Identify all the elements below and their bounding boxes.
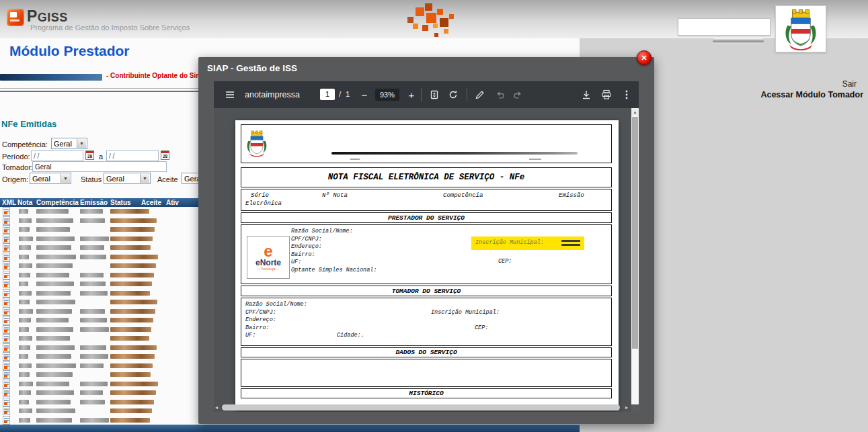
- xml-icon[interactable]: [3, 416, 10, 425]
- horizontal-scrollbar[interactable]: ◂ ▸: [215, 404, 629, 411]
- print-icon[interactable]: [600, 88, 613, 101]
- xml-icon[interactable]: [3, 361, 10, 370]
- zoom-in-button[interactable]: +: [405, 88, 418, 101]
- page-separator: /: [339, 90, 341, 98]
- xml-icon[interactable]: [3, 253, 10, 261]
- more-options-icon[interactable]: [620, 88, 633, 101]
- periodo-label: Período:: [2, 153, 30, 161]
- redacted-text: [36, 345, 75, 350]
- sair-link[interactable]: Sair: [842, 79, 857, 89]
- origem-select[interactable]: Geral ▼: [30, 173, 71, 184]
- close-icon: ✕: [641, 54, 647, 62]
- xml-icon[interactable]: [3, 289, 10, 298]
- xml-icon[interactable]: [3, 207, 10, 216]
- enorte-logo: e eNorte — Tecnologia —: [247, 236, 290, 279]
- xml-icon[interactable]: [3, 352, 10, 361]
- scroll-left-arrow[interactable]: ◂: [215, 404, 218, 411]
- annotate-icon[interactable]: [473, 88, 487, 101]
- redacted-text: [36, 354, 71, 359]
- redacted-text: [110, 218, 157, 223]
- xml-icon[interactable]: [3, 334, 10, 343]
- razao-label: Razão Social/Nome:: [245, 301, 307, 308]
- redacted-text: [80, 309, 105, 314]
- emissao-doc-label: Emissão: [559, 192, 584, 199]
- vertical-scroll-thumb[interactable]: [632, 117, 638, 349]
- pdf-viewport: NOTA FISCAL ELETRÔNICA DE SERVIÇO - NFe …: [214, 108, 639, 412]
- xml-icon[interactable]: [3, 243, 10, 252]
- calendar-icon[interactable]: 28: [85, 150, 94, 160]
- redacted-text: [80, 354, 108, 359]
- redacted-text: [19, 400, 29, 404]
- redacted-text: [110, 354, 155, 359]
- calendar-icon[interactable]: 28: [161, 150, 169, 160]
- doc-redacted-tick: [350, 159, 360, 160]
- download-icon[interactable]: [580, 88, 593, 101]
- redo-icon[interactable]: [511, 88, 524, 101]
- xml-icon[interactable]: [3, 343, 10, 352]
- pdf-filename: anotaimpressa: [245, 90, 300, 99]
- redacted-text: [36, 255, 76, 259]
- scroll-right-arrow[interactable]: ▸: [625, 404, 628, 411]
- enorte-e-glyph: e: [264, 244, 272, 259]
- redacted-text: [110, 273, 154, 277]
- contribuinte-redacted-bar: [0, 74, 102, 81]
- inscricao-highlight: Inscrição Municipal:: [471, 236, 584, 250]
- toolbar-divider: [467, 88, 467, 101]
- xml-icon[interactable]: [3, 307, 10, 316]
- razao-label: Razão Social/Nome:: [291, 228, 353, 234]
- redacted-text: [19, 227, 30, 232]
- xml-icon[interactable]: [3, 370, 10, 379]
- periodo-from-input[interactable]: [31, 150, 83, 161]
- xml-icon[interactable]: [3, 271, 10, 279]
- pgiss-logo: PGISS: [27, 7, 68, 26]
- acessar-modulo-tomador-link[interactable]: Acessar Módulo Tomador: [760, 90, 863, 99]
- redacted-text: [36, 318, 69, 322]
- xml-icon[interactable]: [3, 406, 10, 415]
- horizontal-scroll-thumb[interactable]: [222, 404, 620, 411]
- inscricao-label: Inscrição Municipal:: [431, 309, 500, 316]
- vertical-scrollbar[interactable]: ▲ ▼: [631, 108, 639, 412]
- redacted-text: [110, 255, 158, 259]
- redacted-text: [36, 309, 72, 314]
- status-select[interactable]: Geral ▼: [104, 173, 151, 184]
- dropdown-arrow-icon: ▼: [140, 174, 149, 183]
- menu-icon[interactable]: [223, 88, 237, 101]
- undo-icon[interactable]: [494, 88, 507, 101]
- xml-icon[interactable]: [3, 225, 10, 234]
- pdf-viewer: anotaimpressa 1 / 1 − 93% +: [214, 81, 639, 412]
- periodo-to-input[interactable]: [106, 150, 159, 161]
- xml-icon[interactable]: [3, 234, 10, 243]
- rotate-icon[interactable]: [446, 88, 460, 101]
- redacted-text: [36, 400, 71, 404]
- redacted-text: [110, 209, 149, 214]
- page-number-input[interactable]: 1: [320, 89, 335, 100]
- redacted-text: [80, 255, 106, 259]
- redacted-text: [80, 291, 108, 296]
- tomador-input[interactable]: [32, 161, 167, 172]
- xml-icon[interactable]: [3, 216, 10, 225]
- redacted-text: [80, 400, 105, 404]
- xml-icon[interactable]: [3, 388, 10, 397]
- competencia-select[interactable]: Geral ▼: [51, 138, 87, 149]
- redacted-text: [80, 382, 108, 386]
- redacted-text: [110, 418, 150, 423]
- xml-icon[interactable]: [3, 316, 10, 325]
- xml-icon[interactable]: [3, 279, 10, 288]
- close-button[interactable]: ✕: [637, 50, 652, 65]
- xml-icon[interactable]: [3, 261, 10, 270]
- scroll-up-arrow[interactable]: ▲: [631, 108, 639, 116]
- zoom-out-button[interactable]: −: [358, 88, 371, 101]
- enorte-tagline: — Tecnologia —: [258, 267, 280, 271]
- tomador-label: Tomador:: [2, 163, 33, 171]
- redacted-text: [36, 218, 73, 223]
- col-xml: XML: [2, 199, 16, 206]
- xml-icon[interactable]: [3, 380, 10, 388]
- endereco-label: Endereço:: [245, 316, 276, 323]
- xml-icon[interactable]: [3, 298, 10, 306]
- xml-icon[interactable]: [3, 398, 10, 406]
- col-atividade: Ativ: [166, 199, 179, 206]
- redacted-text: [19, 209, 28, 214]
- xml-icon[interactable]: [3, 325, 10, 334]
- fit-page-icon[interactable]: [428, 88, 441, 101]
- header-input-box[interactable]: [678, 18, 771, 36]
